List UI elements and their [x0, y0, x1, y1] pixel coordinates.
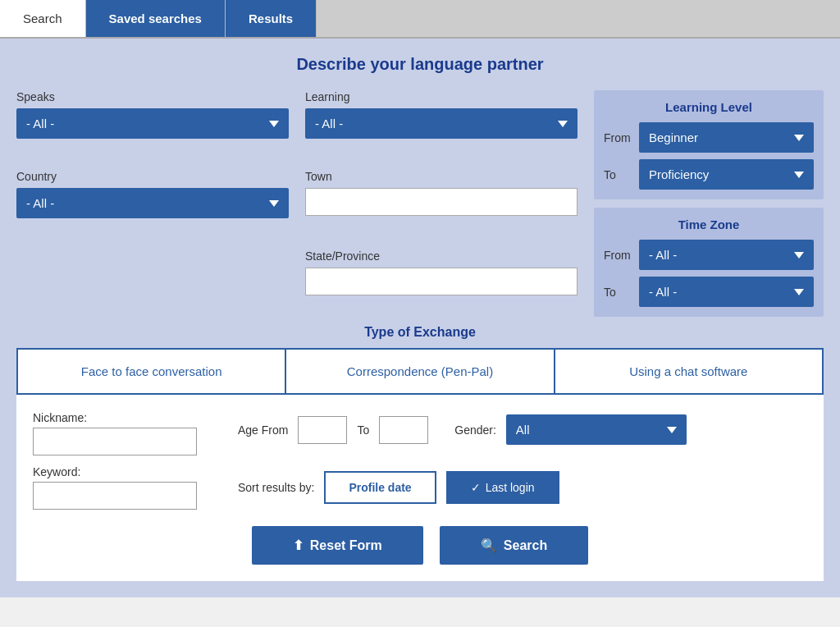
time-zone-title: Time Zone: [604, 217, 814, 231]
nickname-label: Nickname:: [33, 411, 213, 424]
learning-field-group: Learning - All -: [305, 90, 578, 160]
keyword-field-group: Keyword:: [33, 465, 213, 510]
timezone-to-label: To: [604, 286, 632, 299]
sort-login-btn[interactable]: ✓Last login: [446, 471, 559, 504]
sort-profile-btn[interactable]: Profile date: [324, 471, 436, 504]
tab-search[interactable]: Search: [0, 0, 86, 37]
speaks-label: Speaks: [16, 90, 289, 103]
search-icon: 🔍: [481, 538, 497, 553]
learning-to-row: To Proficiency: [604, 159, 814, 190]
learning-level-title: Learning Level: [604, 100, 814, 114]
reset-icon: ⬆: [293, 538, 304, 553]
exchange-face-btn[interactable]: Face to face conversation: [18, 350, 286, 393]
learning-from-row: From Beginner: [604, 122, 814, 153]
nickname-input[interactable]: [33, 428, 197, 455]
timezone-to-select[interactable]: - All -: [639, 277, 814, 307]
town-field-group: Town: [305, 170, 578, 240]
reset-button[interactable]: ⬆ Reset Form: [252, 526, 423, 565]
exchange-chat-btn[interactable]: Using a chat software: [555, 350, 822, 393]
top-form: Speaks - All - Learning - All - Country …: [16, 90, 824, 317]
exchange-section: Type of Exchange Face to face conversati…: [16, 325, 824, 395]
learning-select[interactable]: - All -: [305, 108, 578, 139]
timezone-from-label: From: [604, 249, 632, 262]
timezone-to-row: To - All -: [604, 277, 814, 307]
time-zone-box: Time Zone From - All - To - All -: [594, 208, 824, 317]
keyword-label: Keyword:: [33, 465, 213, 478]
country-field-group: Country - All -: [16, 170, 289, 240]
tab-results[interactable]: Results: [226, 0, 317, 37]
nickname-field-group: Nickname:: [33, 411, 213, 455]
exchange-correspondence-btn[interactable]: Correspondence (Pen-Pal): [286, 350, 555, 393]
country-select[interactable]: - All -: [16, 188, 289, 218]
timezone-from-select[interactable]: - All -: [639, 240, 814, 270]
learning-label: Learning: [305, 90, 578, 103]
exchange-buttons-group: Face to face conversation Correspondence…: [16, 348, 824, 395]
state-input[interactable]: [305, 268, 578, 295]
state-field-group: State/Province: [305, 249, 578, 317]
age-from-input[interactable]: [298, 416, 347, 444]
age-gender-sort-fields: Age From To Gender: All Male Female: [238, 411, 807, 504]
nickname-age-row: Nickname: Keyword: Age From To: [33, 411, 807, 510]
bottom-form-section: Nickname: Keyword: Age From To: [16, 395, 824, 510]
learning-to-select[interactable]: Proficiency: [639, 159, 814, 190]
learning-from-select[interactable]: Beginner: [639, 122, 814, 153]
state-label: State/Province: [305, 249, 578, 263]
nickname-keyword-fields: Nickname: Keyword:: [33, 411, 213, 510]
right-panel: Learning Level From Beginner To Proficie…: [594, 90, 824, 317]
age-gender-row: Age From To Gender: All Male Female: [238, 414, 807, 445]
tab-saved-searches[interactable]: Saved searches: [86, 0, 226, 37]
keyword-input[interactable]: [33, 482, 197, 510]
checkmark-icon: ✓: [471, 481, 481, 494]
exchange-title: Type of Exchange: [16, 325, 824, 340]
search-button[interactable]: 🔍 Search: [440, 526, 588, 565]
bottom-form-inner: Nickname: Keyword: Age From To: [33, 395, 807, 510]
action-row: ⬆ Reset Form 🔍 Search: [16, 510, 824, 581]
sort-label: Sort results by:: [238, 481, 314, 494]
sort-row: Sort results by: Profile date ✓Last logi…: [238, 471, 807, 504]
speaks-field-group: Speaks - All -: [16, 90, 289, 160]
gender-select[interactable]: All Male Female: [506, 414, 687, 445]
page-title: Describe your language partner: [16, 55, 824, 74]
form-left-fields: Speaks - All - Learning - All - Country …: [16, 90, 578, 317]
town-label: Town: [305, 170, 578, 183]
age-from-label: Age From: [238, 423, 288, 437]
age-to-label: To: [357, 423, 369, 437]
tab-bar: Search Saved searches Results: [0, 0, 840, 39]
learning-from-label: From: [604, 131, 632, 144]
age-to-input[interactable]: [379, 416, 428, 444]
town-input[interactable]: [305, 188, 578, 216]
main-content: Describe your language partner Speaks - …: [0, 39, 840, 597]
speaks-select[interactable]: - All -: [16, 108, 289, 139]
timezone-from-row: From - All -: [604, 240, 814, 270]
learning-level-box: Learning Level From Beginner To Proficie…: [594, 90, 824, 199]
gender-label: Gender:: [454, 423, 496, 437]
learning-to-label: To: [604, 168, 632, 181]
country-label: Country: [16, 170, 289, 183]
